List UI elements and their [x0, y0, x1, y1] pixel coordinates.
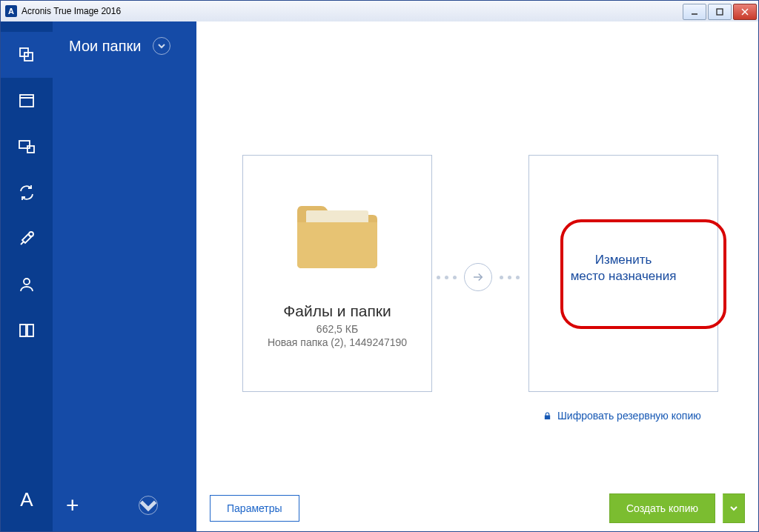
flow-connector	[437, 263, 520, 291]
create-copy-button[interactable]: Создать копию	[609, 493, 715, 523]
bottom-bar: Параметры Создать копию	[196, 485, 758, 531]
nav-sync-devices[interactable]	[1, 124, 53, 170]
nav-help[interactable]	[1, 307, 53, 353]
nav-account[interactable]	[1, 262, 53, 307]
svg-line-11	[21, 242, 24, 245]
destination-text: Изменить место назначения	[529, 252, 717, 285]
svg-rect-1	[717, 9, 723, 15]
nav-sync[interactable]	[1, 170, 53, 216]
nav-archive[interactable]	[1, 78, 53, 124]
svg-rect-9	[27, 146, 34, 153]
svg-point-10	[29, 232, 33, 236]
svg-point-12	[24, 279, 30, 285]
side-panel-dropdown[interactable]	[153, 37, 170, 55]
maximize-button[interactable]	[708, 4, 732, 20]
window-title: Acronis True Image 2016	[21, 6, 121, 16]
nav-acronis-logo[interactable]: A	[1, 476, 53, 522]
nav-tools[interactable]	[1, 216, 53, 262]
create-copy-dropdown[interactable]	[723, 493, 745, 523]
minimize-button[interactable]	[683, 4, 706, 20]
svg-rect-7	[20, 98, 33, 107]
lock-icon	[543, 412, 551, 420]
source-size: 662,5 КБ	[243, 323, 431, 335]
arrow-icon	[464, 263, 492, 291]
params-button[interactable]: Параметры	[210, 495, 299, 522]
encrypt-link[interactable]: Шифровать резервную копию	[543, 410, 701, 422]
destination-card[interactable]: Изменить место назначения	[528, 155, 718, 392]
encrypt-label: Шифровать резервную копию	[557, 410, 701, 422]
source-subtitle: Новая папка (2), 1449247190	[243, 336, 431, 348]
main-area: Файлы и папки 662,5 КБ Новая папка (2), …	[196, 21, 758, 531]
side-more-button[interactable]	[139, 496, 158, 515]
app-window: A Acronis True Image 2016 A Мои папки	[0, 0, 759, 532]
source-card[interactable]: Файлы и папки 662,5 КБ Новая папка (2), …	[242, 155, 432, 392]
side-panel-title: Мои папки	[69, 38, 141, 55]
source-title: Файлы и папки	[243, 302, 431, 320]
nav-backup[interactable]	[1, 32, 53, 78]
nav-rail: A	[1, 21, 53, 531]
add-backup-button[interactable]: +	[66, 493, 79, 518]
close-button[interactable]	[733, 4, 757, 20]
folder-icon	[293, 197, 382, 274]
side-panel: Мои папки +	[53, 21, 196, 531]
app-icon: A	[5, 5, 17, 17]
title-bar: A Acronis True Image 2016	[1, 1, 758, 22]
svg-rect-8	[19, 141, 30, 148]
